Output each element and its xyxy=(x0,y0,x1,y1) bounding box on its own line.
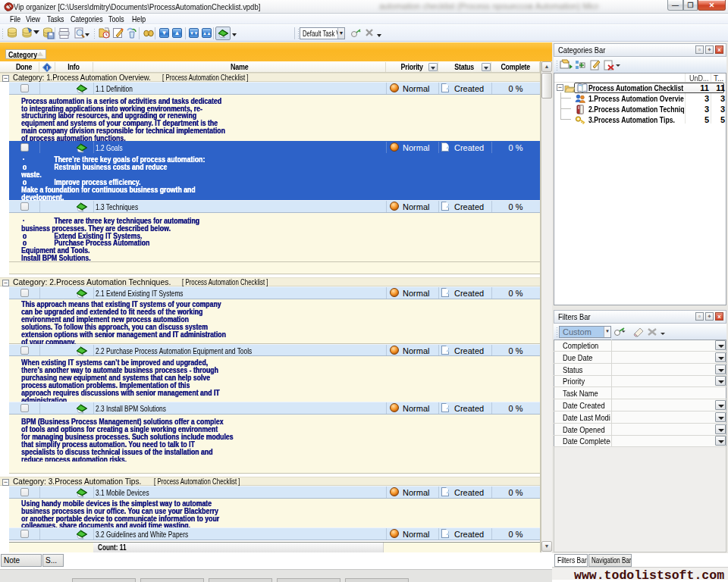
svg-text:i: i xyxy=(46,64,48,71)
